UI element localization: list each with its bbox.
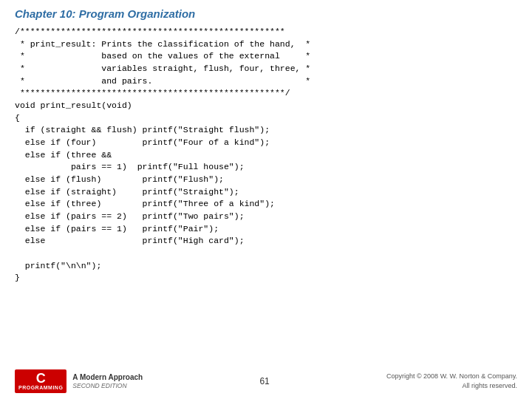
logo-programming: PROGRAMMING xyxy=(18,385,63,391)
logo-modern: A Modern Approach xyxy=(72,372,143,382)
logo-area: C PROGRAMMING A Modern Approach SECOND E… xyxy=(15,369,143,393)
copyright-line2: All rights reserved. xyxy=(386,381,517,391)
code-block: /***************************************… xyxy=(15,26,517,362)
code-content: /***************************************… xyxy=(15,27,310,282)
logo-text-area: A Modern Approach SECOND EDITION xyxy=(72,372,143,389)
logo-c: C xyxy=(18,372,63,385)
footer: C PROGRAMMING A Modern Approach SECOND E… xyxy=(15,366,517,393)
chapter-title: Chapter 10: Program Organization xyxy=(15,7,517,20)
logo-edition: SECOND EDITION xyxy=(72,382,143,389)
copyright-line1: Copyright © 2008 W. W. Norton & Company. xyxy=(386,372,517,381)
page-number: 61 xyxy=(143,376,386,386)
page: Chapter 10: Program Organization /******… xyxy=(0,0,532,399)
copyright-text: Copyright © 2008 W. W. Norton & Company.… xyxy=(386,372,517,390)
logo-box: C PROGRAMMING xyxy=(15,369,66,393)
